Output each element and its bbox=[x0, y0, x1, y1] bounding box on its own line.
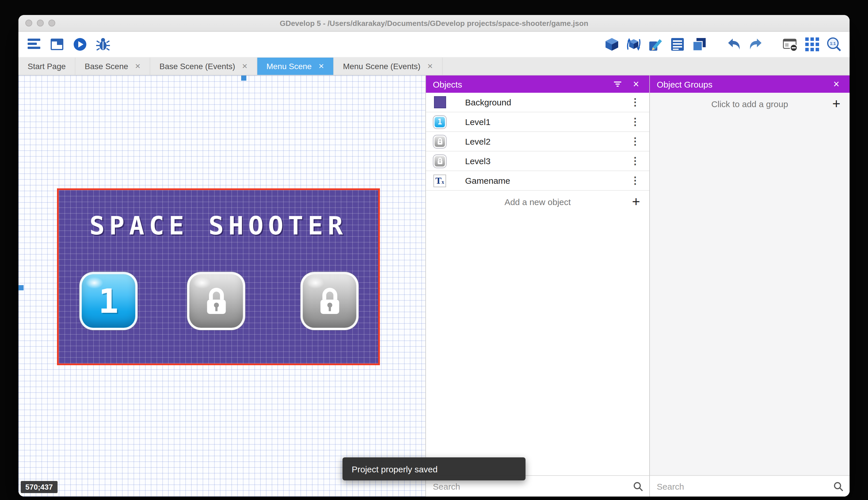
object-name: Gamename bbox=[465, 176, 628, 185]
layers-editor-button[interactable] bbox=[691, 36, 708, 53]
add-group-row[interactable]: Click to add a group + bbox=[650, 93, 849, 115]
object-groups-editor-button[interactable] bbox=[625, 36, 642, 53]
canvas-handle-top[interactable] bbox=[241, 76, 246, 81]
play-icon bbox=[72, 37, 87, 52]
preview-play-button[interactable] bbox=[71, 36, 89, 53]
scene-window-button[interactable] bbox=[48, 36, 66, 53]
editor-content: SPACE SHOOTER 1 570;437 Objects bbox=[19, 76, 849, 497]
objects-search-input[interactable] bbox=[426, 481, 633, 491]
filter-button[interactable] bbox=[611, 78, 624, 90]
lock-icon bbox=[317, 286, 342, 316]
object-menu-button[interactable]: ⋮ bbox=[628, 96, 642, 108]
tab-base-scene[interactable]: Base Scene × bbox=[75, 58, 150, 75]
lock-icon bbox=[203, 286, 229, 316]
object-row-level1[interactable]: 1 Level1 ⋮ bbox=[426, 112, 649, 132]
objects-panel-header: Objects × bbox=[426, 76, 649, 93]
search-icon bbox=[833, 481, 844, 492]
add-object-label: Add a new object bbox=[505, 197, 571, 206]
traffic-lights bbox=[25, 15, 55, 31]
undo-icon bbox=[726, 37, 741, 52]
close-objects-panel-button[interactable]: × bbox=[630, 78, 642, 90]
toolbar-right-group: 1:1 bbox=[603, 36, 849, 53]
groups-panel-header: Object Groups × bbox=[650, 76, 849, 93]
groups-panel-title: Object Groups bbox=[657, 79, 824, 89]
toolbar-left-group bbox=[19, 36, 112, 53]
close-window-button[interactable] bbox=[25, 20, 32, 26]
svg-text:1:1: 1:1 bbox=[830, 41, 836, 46]
snackbar-toast: Project properly saved bbox=[342, 457, 526, 480]
close-groups-panel-button[interactable]: × bbox=[830, 78, 843, 90]
object-row-background[interactable]: Background ⋮ bbox=[426, 93, 649, 112]
object-groups-panel: Object Groups × Click to add a group + bbox=[649, 76, 849, 497]
object-name: Background bbox=[465, 97, 628, 107]
maximize-window-button[interactable] bbox=[48, 20, 55, 26]
objects-panel: Objects × Background ⋮ 1 Level1 ⋮ bbox=[425, 76, 649, 497]
object-menu-button[interactable]: ⋮ bbox=[628, 135, 642, 147]
object-menu-button[interactable]: ⋮ bbox=[628, 174, 642, 186]
tab-menu-scene-events[interactable]: Menu Scene (Events) × bbox=[334, 58, 443, 75]
debug-button[interactable] bbox=[94, 36, 112, 53]
add-group-plus-icon[interactable]: + bbox=[832, 97, 840, 111]
instances-list-button[interactable] bbox=[669, 36, 686, 53]
object-row-level2[interactable]: Level2 ⋮ bbox=[426, 132, 649, 151]
render-options-button[interactable] bbox=[782, 36, 799, 53]
tab-bar: Start Page Base Scene × Base Scene (Even… bbox=[19, 58, 849, 76]
window-title: GDevelop 5 - /Users/dkarakay/Documents/G… bbox=[280, 19, 588, 27]
object-menu-button[interactable]: ⋮ bbox=[628, 155, 642, 167]
snackbar-message: Project properly saved bbox=[352, 464, 438, 474]
minimize-window-button[interactable] bbox=[37, 20, 44, 26]
close-tab-icon[interactable]: × bbox=[319, 61, 324, 71]
undo-button[interactable] bbox=[725, 36, 742, 53]
redo-button[interactable] bbox=[747, 36, 764, 53]
properties-button[interactable] bbox=[647, 36, 664, 53]
locked-thumbnail-icon bbox=[433, 154, 447, 168]
locked-thumbnail-icon bbox=[433, 135, 447, 148]
tab-label: Menu Scene (Events) bbox=[343, 61, 421, 71]
tab-label: Start Page bbox=[28, 61, 66, 71]
groups-search-bar bbox=[650, 475, 849, 497]
scene-background-instance[interactable]: SPACE SHOOTER 1 bbox=[57, 189, 380, 365]
close-tab-icon[interactable]: × bbox=[427, 61, 433, 71]
zoom-one-to-one-icon: 1:1 bbox=[826, 37, 842, 52]
text-object-icon: Tx bbox=[433, 174, 447, 188]
object-row-gamename[interactable]: Tx Gamename ⋮ bbox=[426, 171, 649, 191]
tab-label: Base Scene bbox=[85, 61, 128, 71]
project-manager-button[interactable] bbox=[25, 36, 43, 53]
window-mask-icon bbox=[783, 37, 798, 52]
tab-menu-scene[interactable]: Menu Scene × bbox=[257, 58, 334, 75]
zoom-button[interactable]: 1:1 bbox=[825, 36, 843, 53]
redo-icon bbox=[748, 37, 763, 52]
gdevelop-window: GDevelop 5 - /Users/dkarakay/Documents/G… bbox=[19, 15, 849, 497]
grid-icon bbox=[805, 37, 820, 52]
tab-label: Base Scene (Events) bbox=[160, 61, 235, 71]
search-icon bbox=[633, 481, 644, 492]
scene-window-icon bbox=[49, 37, 64, 52]
project-manager-icon bbox=[26, 37, 42, 52]
object-groups-icon bbox=[626, 37, 641, 52]
level1-button-instance[interactable]: 1 bbox=[80, 272, 138, 330]
canvas-handle-left[interactable] bbox=[19, 285, 24, 290]
level3-locked-button-instance[interactable] bbox=[301, 272, 359, 330]
level2-locked-button-instance[interactable] bbox=[187, 272, 245, 330]
groups-panel-spacer bbox=[650, 115, 849, 475]
objects-editor-button[interactable] bbox=[603, 36, 621, 53]
add-object-row[interactable]: Add a new object + bbox=[426, 191, 649, 213]
tab-base-scene-events[interactable]: Base Scene (Events) × bbox=[150, 58, 257, 75]
game-title-text[interactable]: SPACE SHOOTER bbox=[59, 211, 378, 240]
groups-search-input[interactable] bbox=[650, 481, 833, 491]
tab-start-page[interactable]: Start Page bbox=[19, 58, 75, 75]
add-object-plus-icon[interactable]: + bbox=[632, 195, 640, 208]
layers-icon bbox=[692, 37, 707, 52]
grid-toggle-button[interactable] bbox=[804, 36, 821, 53]
bug-icon bbox=[96, 37, 110, 52]
object-name: Level3 bbox=[465, 156, 628, 166]
close-tab-icon[interactable]: × bbox=[242, 61, 247, 71]
object-row-level3[interactable]: Level3 ⋮ bbox=[426, 151, 649, 171]
object-menu-button[interactable]: ⋮ bbox=[628, 116, 642, 128]
scene-canvas[interactable]: SPACE SHOOTER 1 570;437 bbox=[19, 76, 425, 497]
desktop-background: GDevelop 5 - /Users/dkarakay/Documents/G… bbox=[0, 0, 868, 500]
title-bar: GDevelop 5 - /Users/dkarakay/Documents/G… bbox=[19, 15, 849, 32]
objects-panel-spacer bbox=[426, 213, 649, 475]
tab-label: Menu Scene bbox=[267, 61, 312, 71]
close-tab-icon[interactable]: × bbox=[135, 61, 140, 71]
